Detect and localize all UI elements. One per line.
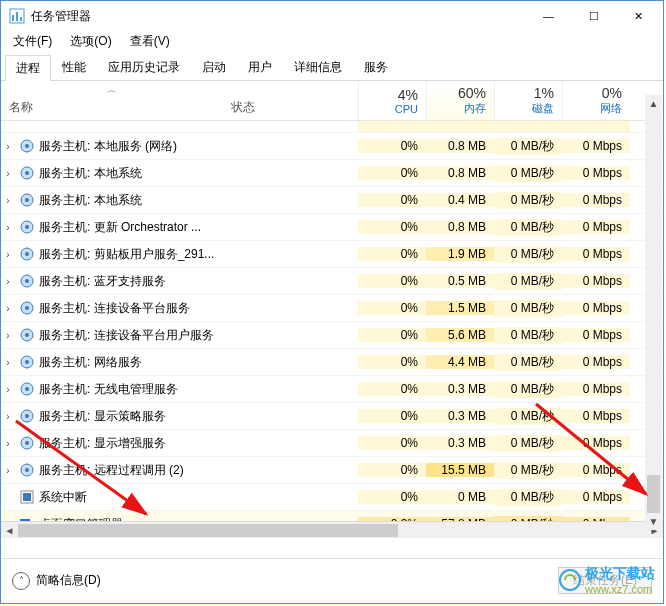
svg-point-5 [25,144,29,148]
table-row[interactable]: ›服务主机: 更新 Orchestrator ...0%0.8 MB0 MB/秒… [1,214,663,241]
network-value: 0 Mbps [562,382,630,396]
table-row[interactable]: ›服务主机: 连接设备平台用户服务0%5.6 MB0 MB/秒0 Mbps [1,322,663,349]
memory-percent: 60% [458,85,486,101]
scroll-down-icon[interactable]: ▼ [645,513,662,530]
tab-strip: 进程 性能 应用历史记录 启动 用户 详细信息 服务 [1,54,663,81]
process-list[interactable]: ›服务主机: 本地服务 (网络)0%0.8 MB0 MB/秒0 Mbps›服务主… [1,121,663,521]
process-name: 服务主机: 蓝牙支持服务 [39,273,223,290]
minimize-button[interactable]: — [526,1,571,31]
column-name[interactable]: ︿ 名称 [1,81,223,120]
table-row[interactable]: ›服务主机: 本地系统0%0.4 MB0 MB/秒0 Mbps [1,187,663,214]
network-value: 0 Mbps [562,328,630,342]
network-value: 0 Mbps [562,139,630,153]
expand-icon[interactable]: › [1,249,15,260]
end-task-button[interactable]: 结束任务(E) [558,567,652,594]
table-row[interactable]: ›服务主机: 网络服务0%4.4 MB0 MB/秒0 Mbps [1,349,663,376]
column-memory[interactable]: 60% 内存 [426,81,494,120]
memory-value: 0.8 MB [426,139,494,153]
memory-value: 0.8 MB [426,220,494,234]
expand-icon[interactable]: › [1,141,15,152]
maximize-button[interactable]: ☐ [571,1,616,31]
expand-icon[interactable]: › [1,411,15,422]
expand-icon[interactable]: › [1,465,15,476]
expand-icon[interactable]: › [1,357,15,368]
expand-icon[interactable]: › [1,384,15,395]
network-value: 0 Mbps [562,247,630,261]
menu-view[interactable]: 查看(V) [122,31,178,52]
table-row[interactable]: 桌面窗口管理器0.3%57.8 MB0 MB/秒0 Mbps [1,511,663,521]
memory-value: 0.5 MB [426,274,494,288]
fewer-details-button[interactable]: ˄ 简略信息(D) [12,572,101,590]
tab-details[interactable]: 详细信息 [283,54,353,80]
vscroll-thumb[interactable] [647,475,660,513]
horizontal-scrollbar[interactable]: ◄ ► [1,521,663,538]
cpu-value: 0% [358,409,426,423]
memory-value: 5.6 MB [426,328,494,342]
tab-performance[interactable]: 性能 [51,54,97,80]
column-status[interactable]: 状态 [223,81,358,120]
disk-value: 0 MB/秒 [494,354,562,371]
disk-label: 磁盘 [532,101,554,116]
table-row[interactable]: ›服务主机: 本地系统0%0.8 MB0 MB/秒0 Mbps [1,160,663,187]
expand-icon[interactable]: › [1,303,15,314]
memory-label: 内存 [464,101,486,116]
table-row[interactable]: ›服务主机: 连接设备平台服务0%1.5 MB0 MB/秒0 Mbps [1,295,663,322]
svg-point-23 [25,387,29,391]
table-row[interactable]: ›服务主机: 无线电管理服务0%0.3 MB0 MB/秒0 Mbps [1,376,663,403]
tab-processes[interactable]: 进程 [5,55,51,81]
process-icon [19,138,35,154]
cpu-value: 0% [358,328,426,342]
svg-point-13 [25,252,29,256]
table-row[interactable]: ›服务主机: 蓝牙支持服务0%0.5 MB0 MB/秒0 Mbps [1,268,663,295]
menu-file[interactable]: 文件(F) [5,31,60,52]
process-icon [19,273,35,289]
memory-value: 15.5 MB [426,463,494,477]
tab-startup[interactable]: 启动 [191,54,237,80]
title-bar[interactable]: 任务管理器 — ☐ ✕ [1,1,663,31]
table-row[interactable]: ›服务主机: 远程过程调用 (2)0%15.5 MB0 MB/秒0 Mbps [1,457,663,484]
disk-value: 0 MB/秒 [494,408,562,425]
memory-value: 0.3 MB [426,409,494,423]
menu-options[interactable]: 选项(O) [62,31,119,52]
network-value: 0 Mbps [562,463,630,477]
svg-point-17 [25,306,29,310]
svg-rect-2 [16,12,18,21]
table-row[interactable]: 系统中断0%0 MB0 MB/秒0 Mbps [1,484,663,511]
expand-icon[interactable]: › [1,195,15,206]
column-cpu[interactable]: 4% CPU [358,81,426,120]
column-network[interactable]: 0% 网络 [562,81,630,120]
tab-users[interactable]: 用户 [237,54,283,80]
svg-point-19 [25,333,29,337]
scroll-left-icon[interactable]: ◄ [1,522,18,539]
process-name: 服务主机: 网络服务 [39,354,223,371]
table-row[interactable]: ›服务主机: 显示策略服务0%0.3 MB0 MB/秒0 Mbps [1,403,663,430]
app-icon [9,8,25,24]
tab-services[interactable]: 服务 [353,54,399,80]
cpu-value: 0% [358,193,426,207]
menu-bar: 文件(F) 选项(O) 查看(V) [1,31,663,52]
expand-icon[interactable]: › [1,168,15,179]
process-name: 服务主机: 远程过程调用 (2) [39,462,223,479]
network-value: 0 Mbps [562,355,630,369]
close-button[interactable]: ✕ [616,1,661,31]
footer-bar: ˄ 简略信息(D) 结束任务(E) [2,558,662,602]
column-disk[interactable]: 1% 磁盘 [494,81,562,120]
disk-value: 0 MB/秒 [494,327,562,344]
expand-icon[interactable]: › [1,438,15,449]
expand-icon[interactable]: › [1,222,15,233]
svg-point-15 [25,279,29,283]
network-value: 0 Mbps [562,166,630,180]
process-icon [19,381,35,397]
hscroll-thumb[interactable] [18,524,398,537]
expand-icon[interactable]: › [1,330,15,341]
process-name: 服务主机: 本地系统 [39,165,223,182]
memory-value: 1.9 MB [426,247,494,261]
vertical-scrollbar[interactable]: ▲ ▼ [645,95,662,530]
table-row[interactable]: ›服务主机: 本地服务 (网络)0%0.8 MB0 MB/秒0 Mbps [1,133,663,160]
table-row[interactable]: ›服务主机: 显示增强服务0%0.3 MB0 MB/秒0 Mbps [1,430,663,457]
tab-history[interactable]: 应用历史记录 [97,54,191,80]
expand-icon[interactable]: › [1,276,15,287]
table-row[interactable]: ›服务主机: 剪贴板用户服务_291...0%1.9 MB0 MB/秒0 Mbp… [1,241,663,268]
svg-point-21 [25,360,29,364]
scroll-up-icon[interactable]: ▲ [645,95,662,112]
